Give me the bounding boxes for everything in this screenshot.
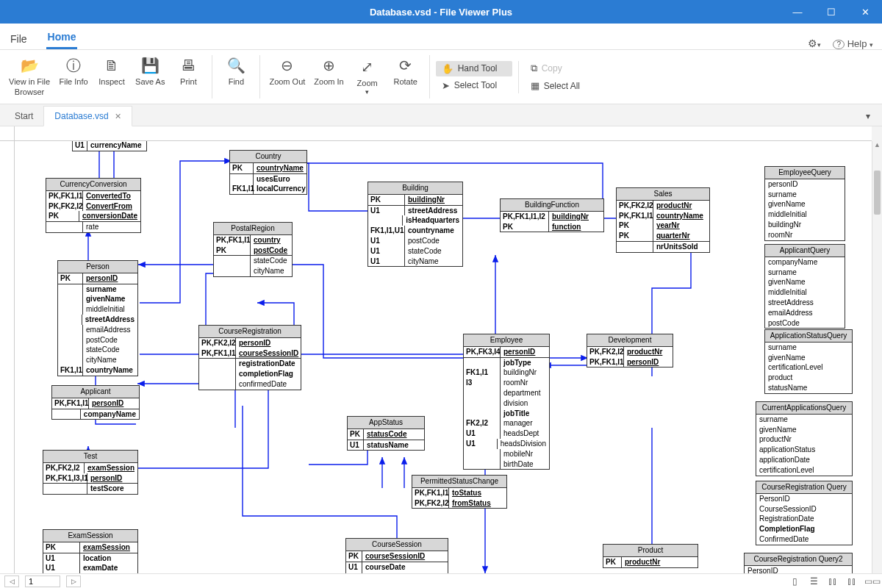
table-building: BuildingPKbuildingNrU1streetAddressisHea… [368, 182, 463, 267]
menu-home[interactable]: Home [46, 26, 78, 49]
tabbar: Start Database.vsd ✕ ▾ [0, 104, 882, 126]
window-controls: — ☐ ✕ [781, 0, 882, 24]
rotate-icon: ⟳ [399, 57, 412, 74]
maximize-button[interactable]: ☐ [814, 0, 848, 24]
copy-button[interactable]: ⧉ Copy [525, 60, 601, 76]
print-icon: 🖶 [181, 57, 196, 74]
help-menu[interactable]: ? Help ▾ [833, 38, 873, 49]
table-sales: SalesPK,FK2,I2productNrPK,FK1,I1countryN… [616, 187, 710, 253]
table-course-registration-query: CourseRegistration QueryPersonIDCourseSe… [756, 481, 853, 545]
view-facing-icon[interactable]: ⫿⫿ [845, 576, 858, 587]
table-course-registration-query2: CourseRegistration Query2PersonIDCourseS… [744, 553, 853, 573]
table-currency-top: U1currencyName [72, 141, 147, 151]
table-postal-region: PostalRegionPK,FK1,I1countryPKpostCodest… [213, 222, 293, 277]
settings-icon[interactable]: ⚙▾ [808, 37, 821, 49]
inspect-icon: 🗎 [104, 57, 119, 74]
window-title: Database.vsd - File Viewer Plus [370, 7, 512, 18]
vertical-ruler [0, 141, 15, 573]
cursor-icon: ➤ [442, 80, 450, 91]
horizontal-ruler [15, 126, 872, 141]
titlebar: Database.vsd - File Viewer Plus — ☐ ✕ [0, 0, 882, 24]
table-exam-session: ExamSessionPKexamSessionU1locationU1exam… [43, 529, 138, 573]
hand-icon: ✋ [442, 63, 453, 74]
zoom-fit-icon: ⤢ [361, 58, 373, 76]
table-employee-query: EmployeeQuerypersonIDsurnamegivenNamemid… [764, 166, 845, 241]
statusbar: ◁ ▷ ▯ ☰ ⫿⫿ ⫿⫿ ▭▭ [0, 573, 882, 588]
view-in-file-browser-button[interactable]: 📂 View in File Browser [6, 55, 53, 98]
table-person: PersonPKpersonIDsurnamegivenNamemiddleIn… [57, 260, 138, 376]
tab-start[interactable]: Start [4, 107, 43, 126]
menubar: File Home ⚙▾ ? Help ▾ [0, 24, 882, 50]
tab-dropdown[interactable]: ▾ [858, 107, 878, 126]
zoom-button[interactable]: ⤢ Zoom ▾ [350, 57, 385, 98]
table-currency-conversion: CurrencyConversionPK,FK1,I1ConvertedToPK… [46, 178, 141, 233]
menu-file[interactable]: File [9, 29, 29, 49]
save-as-button[interactable]: 💾 Save As [132, 55, 168, 98]
find-button[interactable]: 🔍 Find [218, 55, 254, 98]
table-product: ProductPKproductNr [603, 544, 698, 568]
info-icon: ⓘ [66, 57, 81, 74]
table-app-status: AppStatusPKstatusCodeU1statusName [347, 416, 425, 451]
table-test: TestPK,FK2,I2examSessionPK,FK1,I3,I1pers… [43, 450, 138, 495]
vertical-scrollbar[interactable]: ▲ [872, 141, 882, 573]
zoom-in-button[interactable]: ⊕ Zoom In [311, 55, 346, 98]
scrollbar-thumb[interactable] [874, 171, 881, 215]
copy-icon: ⧉ [531, 62, 537, 74]
document-viewport: ▲ [0, 126, 882, 573]
next-page-button[interactable]: ▷ [66, 576, 81, 587]
print-button[interactable]: 🖶 Print [171, 55, 206, 98]
tab-close-button[interactable]: ✕ [115, 112, 121, 121]
zoom-out-button[interactable]: ⊖ Zoom Out [266, 55, 308, 98]
table-employee: EmployeePK,FK3,I4personIDjobTypeFK1,I1bu… [463, 334, 550, 470]
folder-arrow-icon: 📂 [21, 57, 39, 74]
inspect-button[interactable]: 🗎 Inspect [94, 55, 129, 98]
zoom-in-icon: ⊕ [323, 57, 335, 74]
zoom-out-icon: ⊖ [281, 57, 293, 74]
page-number-field[interactable] [25, 576, 60, 587]
view-single-icon[interactable]: ▯ [788, 576, 801, 587]
save-icon: 💾 [141, 57, 159, 74]
prev-page-button[interactable]: ◁ [4, 576, 19, 587]
view-list-icon[interactable]: ☰ [807, 576, 820, 587]
minimize-button[interactable]: — [781, 0, 814, 24]
diagram-canvas[interactable]: U1currencyName CurrencyConversionPK,FK1,… [15, 141, 872, 573]
close-button[interactable]: ✕ [848, 0, 882, 24]
table-current-applications-query: CurrentApplicationsQuerysurnamegivenName… [756, 401, 853, 476]
table-application-status-query: ApplicationStatusQuerysurnamegivenNamece… [764, 329, 853, 394]
tab-document[interactable]: Database.vsd ✕ [43, 106, 132, 126]
select-all-icon: ▦ [531, 80, 539, 91]
ribbon: 📂 View in File Browser ⓘ File Info 🗎 Ins… [0, 50, 882, 104]
table-course-session: CourseSessionPKcourseSessionIDU1courseDa… [345, 538, 448, 573]
table-applicant-query: ApplicantQuerycompanyNamesurnamegivenNam… [764, 244, 845, 329]
table-development: DevelopmentPK,FK2,I2productNrPK,FK1,I1pe… [587, 334, 673, 368]
file-info-button[interactable]: ⓘ File Info [56, 55, 91, 98]
ruler-corner [0, 126, 15, 141]
table-permitted-status-change: PermittedStatusChangePK,FK1,I1toStatusPK… [412, 475, 507, 509]
rotate-button[interactable]: ⟳ Rotate [388, 55, 423, 98]
table-building-function: BuildingFunctionPK,FK1,I1,I2buildingNrPK… [500, 198, 604, 232]
select-tool-button[interactable]: ➤ Select Tool [436, 78, 512, 93]
table-applicant: ApplicantPK,FK1,I1personIDcompanyName [51, 385, 140, 420]
table-course-registration: CourseRegistrationPK,FK2,I2personIDPK,FK… [198, 325, 301, 390]
view-book-icon[interactable]: ▭▭ [864, 576, 878, 587]
view-continuous-icon[interactable]: ⫿⫿ [826, 576, 839, 587]
select-all-button[interactable]: ▦ Select All [525, 78, 601, 93]
search-icon: 🔍 [227, 57, 245, 74]
hand-tool-button[interactable]: ✋ Hand Tool [436, 61, 512, 76]
table-country: CountryPKcountryNameusesEuroFK1,I1localC… [229, 150, 307, 195]
